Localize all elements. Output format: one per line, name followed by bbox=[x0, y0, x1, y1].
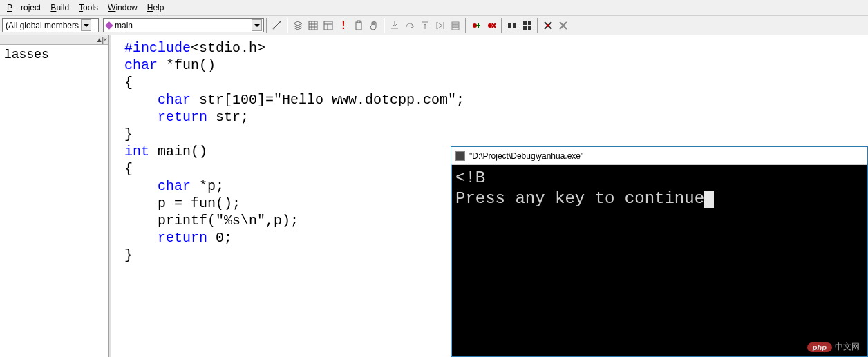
menu-build[interactable]: Build bbox=[46, 1, 73, 14]
function-combo-text: main bbox=[115, 21, 133, 30]
console-title-text: "D:\Project\Debug\yanhua.exe" bbox=[469, 151, 583, 161]
svg-rect-13 bbox=[528, 21, 531, 25]
menu-tools[interactable]: Tools bbox=[75, 1, 102, 14]
callstack-icon[interactable] bbox=[448, 18, 463, 33]
scope-combo-text: (All global members bbox=[6, 21, 79, 30]
cursor-block bbox=[704, 191, 714, 208]
console-window[interactable]: "D:\Project\Debug\yanhua.exe" <!B Press … bbox=[451, 146, 868, 357]
step-into-icon[interactable] bbox=[387, 18, 402, 33]
chevron-down-icon[interactable] bbox=[81, 19, 91, 31]
console-output: <!B Press any key to continue bbox=[451, 165, 867, 212]
panel-controls[interactable]: ▲|× bbox=[0, 35, 108, 45]
svg-rect-6 bbox=[452, 25, 459, 27]
class-view-panel: ▲|× lasses bbox=[0, 35, 109, 357]
svg-rect-10 bbox=[508, 23, 511, 28]
svg-rect-1 bbox=[309, 21, 317, 30]
menu-bar: Project Build Tools Window Help bbox=[0, 0, 868, 16]
layers-icon[interactable] bbox=[290, 18, 305, 33]
registers-icon[interactable] bbox=[540, 18, 556, 33]
svg-rect-2 bbox=[324, 21, 332, 30]
hand-icon[interactable] bbox=[366, 18, 381, 33]
diamond-icon bbox=[105, 21, 113, 29]
function-combo[interactable]: main bbox=[103, 18, 264, 32]
grid-icon[interactable] bbox=[305, 18, 321, 33]
class-view-label: lasses bbox=[0, 45, 108, 64]
svg-rect-4 bbox=[357, 21, 360, 23]
svg-rect-11 bbox=[513, 23, 516, 28]
svg-point-9 bbox=[488, 23, 492, 28]
svg-rect-12 bbox=[523, 21, 527, 25]
memory-icon[interactable] bbox=[520, 18, 535, 33]
app-icon bbox=[455, 151, 465, 161]
console-titlebar[interactable]: "D:\Project\Debug\yanhua.exe" bbox=[451, 147, 867, 165]
svg-point-16 bbox=[547, 24, 549, 27]
svg-rect-15 bbox=[528, 26, 531, 30]
svg-rect-5 bbox=[452, 22, 459, 24]
toolbar: (All global members main ! bbox=[0, 16, 868, 35]
breakpoint-add-icon[interactable] bbox=[469, 18, 484, 33]
alert-icon[interactable]: ! bbox=[336, 18, 351, 33]
watermark-text: 中文网 bbox=[835, 341, 860, 353]
chevron-down-icon[interactable] bbox=[252, 19, 262, 31]
run-to-cursor-icon[interactable] bbox=[433, 18, 448, 33]
svg-rect-7 bbox=[452, 28, 459, 30]
scope-combo[interactable]: (All global members bbox=[2, 18, 99, 32]
svg-rect-3 bbox=[356, 22, 361, 30]
svg-rect-14 bbox=[523, 26, 527, 30]
disasm-icon[interactable] bbox=[556, 18, 571, 33]
step-out-icon[interactable] bbox=[417, 18, 433, 33]
menu-window[interactable]: Window bbox=[104, 1, 142, 14]
clipboard-icon[interactable] bbox=[351, 18, 366, 33]
watermark-pill: php bbox=[807, 342, 832, 352]
breakpoint-remove-icon[interactable] bbox=[484, 18, 499, 33]
menu-project[interactable]: Project bbox=[3, 1, 45, 14]
svg-point-0 bbox=[273, 27, 275, 29]
menu-help[interactable]: Help bbox=[143, 1, 169, 14]
layout-icon[interactable] bbox=[321, 18, 336, 33]
watch-icon[interactable] bbox=[504, 18, 520, 33]
wizard-icon[interactable] bbox=[270, 18, 285, 33]
step-over-icon[interactable] bbox=[402, 18, 417, 33]
watermark: php 中文网 bbox=[807, 341, 860, 353]
